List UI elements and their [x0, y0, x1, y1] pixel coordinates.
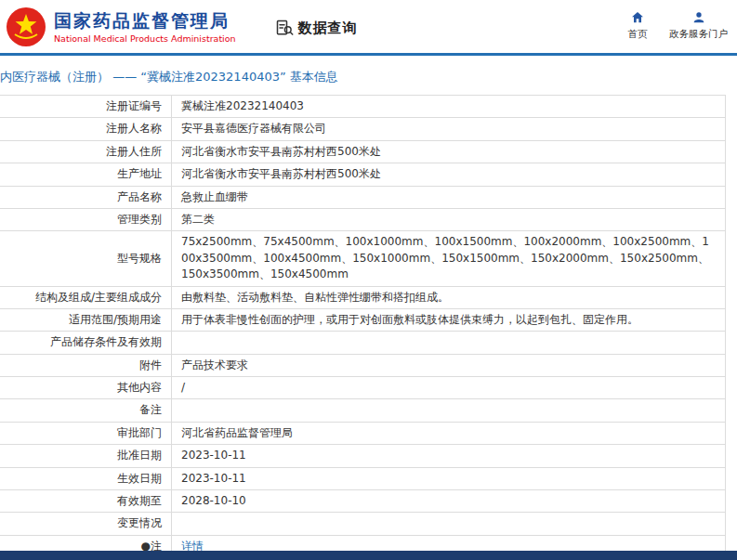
table-row: 注册证编号冀械注准20232140403: [0, 96, 726, 118]
table-row: 变更情况: [0, 513, 726, 535]
table-row: 有效期至2028-10-10: [0, 490, 726, 513]
row-value: 急救止血绷带: [172, 186, 726, 208]
nav-portal-label: 政务服务门户: [669, 28, 728, 41]
user-icon: [691, 10, 706, 25]
table-row: 附件产品技术要求: [0, 354, 726, 376]
row-value: 安平县嘉德医疗器械有限公司: [172, 118, 726, 140]
header: 国家药品监督管理局 National Medical Products Admi…: [0, 0, 737, 53]
page: 国家药品监督管理局 National Medical Products Admi…: [0, 0, 737, 560]
row-label: 注册证编号: [0, 96, 172, 118]
table-row: 备注: [0, 399, 726, 422]
site-title: 国家药品监督管理局: [54, 10, 236, 33]
row-label: 备注: [0, 399, 172, 422]
row-label: 附件: [0, 354, 172, 376]
nav-portal[interactable]: 政务服务门户: [669, 10, 728, 41]
table-row: 生效日期2023-10-11: [0, 467, 726, 489]
data-query-heading: 数据查询: [275, 19, 358, 37]
data-query-label: 数据查询: [298, 20, 358, 37]
row-label: 型号规格: [0, 231, 172, 286]
row-value: 河北省药品监督管理局: [172, 422, 726, 444]
row-label: 有效期至: [0, 490, 172, 513]
table-row: 其他内容/: [0, 377, 726, 399]
table-row: 审批部门河北省药品监督管理局: [0, 422, 726, 444]
row-value: 2023-10-11: [172, 467, 726, 489]
row-value: [172, 332, 726, 354]
logo-text: 国家药品监督管理局 National Medical Products Admi…: [54, 10, 236, 45]
row-label: 批准日期: [0, 445, 172, 467]
row-value: 河北省衡水市安平县南苏村村西500米处: [172, 163, 726, 186]
site-logo[interactable]: 国家药品监督管理局 National Medical Products Admi…: [6, 7, 236, 47]
row-label: 适用范围/预期用途: [0, 308, 172, 331]
row-value: [172, 513, 726, 535]
info-table-body: 注册证编号冀械注准20232140403注册人名称安平县嘉德医疗器械有限公司注册…: [0, 96, 726, 558]
national-emblem-icon: [6, 7, 46, 47]
table-row: 生产地址河北省衡水市安平县南苏村村西500米处: [0, 163, 726, 186]
table-row: 型号规格75x2500mm、75x4500mm、100x1000mm、100x1…: [0, 231, 726, 286]
row-value: 河北省衡水市安平县南苏村村西500米处: [172, 140, 726, 163]
row-value: 2023-10-11: [172, 445, 726, 467]
row-value: /: [172, 377, 726, 399]
row-label: 产品储存条件及有效期: [0, 332, 172, 354]
row-label: 生效日期: [0, 467, 172, 489]
row-label: 管理类别: [0, 208, 172, 230]
table-row: 批准日期2023-10-11: [0, 445, 726, 467]
table-row: 注册人名称安平县嘉德医疗器械有限公司: [0, 118, 726, 140]
site-subtitle: National Medical Products Administration: [54, 33, 236, 44]
row-value: 产品技术要求: [172, 354, 726, 376]
row-label: 注册人住所: [0, 140, 172, 163]
home-icon: [630, 10, 645, 25]
row-label: 注册人名称: [0, 118, 172, 140]
row-value: 由敷料垫、活动敷料垫、自粘性弹性绷带和搭扣组成。: [172, 286, 726, 308]
info-table: 注册证编号冀械注准20232140403注册人名称安平县嘉德医疗器械有限公司注册…: [0, 95, 726, 558]
footer-bar: [0, 551, 737, 560]
row-value: 2028-10-10: [172, 490, 726, 513]
table-row: 结构及组成/主要组成成分由敷料垫、活动敷料垫、自粘性弹性绷带和搭扣组成。: [0, 286, 726, 308]
table-row: 管理类别第二类: [0, 208, 726, 230]
table-row: 注册人住所河北省衡水市安平县南苏村村西500米处: [0, 140, 726, 163]
nav-home-label: 首页: [628, 28, 648, 41]
table-row: 适用范围/预期用途用于体表非慢性创面的护理，或用于对创面敷料或肢体提供束缚力，以…: [0, 308, 726, 331]
table-row: 产品名称急救止血绷带: [0, 186, 726, 208]
nav-home[interactable]: 首页: [619, 10, 656, 41]
row-label: 其他内容: [0, 377, 172, 399]
data-query-icon: [275, 19, 294, 37]
row-value: 75x2500mm、75x4500mm、100x1000mm、100x1500m…: [172, 231, 726, 286]
row-label: 审批部门: [0, 422, 172, 444]
row-label: 生产地址: [0, 163, 172, 186]
row-value: 冀械注准20232140403: [172, 96, 726, 118]
row-label: 变更情况: [0, 513, 172, 535]
row-value: 第二类: [172, 208, 726, 230]
row-label: 结构及组成/主要组成成分: [0, 286, 172, 308]
row-value: [172, 399, 726, 422]
page-title: 内医疗器械（注册） —— “冀械注准20232140403” 基本信息: [0, 56, 737, 95]
row-value: 用于体表非慢性创面的护理，或用于对创面敷料或肢体提供束缚力，以起到包扎、固定作用…: [172, 308, 726, 331]
row-label: 产品名称: [0, 186, 172, 208]
table-row: 产品储存条件及有效期: [0, 332, 726, 354]
top-nav: 首页 政务服务门户: [619, 10, 728, 41]
